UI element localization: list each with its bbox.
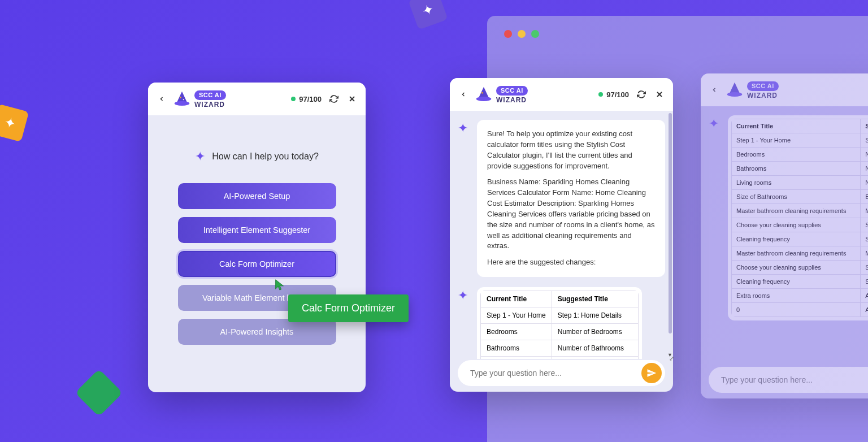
table-cell: Number of Living Rooms: [552, 357, 638, 359]
option-ai-powered-setup[interactable]: AI-Powered Setup: [178, 183, 336, 209]
table-cell: Bathroom: [861, 190, 868, 204]
table-cell: Number of: [861, 148, 868, 162]
app-name: WIZARD: [496, 97, 528, 103]
table-cell: Master bathroom cleaning requirements: [732, 246, 861, 261]
table-header: Current Title: [732, 119, 861, 133]
table-row: Extra roomsAdditional: [732, 289, 869, 303]
svg-point-0: [175, 101, 190, 106]
app-logo: SCC AI WIZARD: [173, 90, 226, 108]
table-cell: Select Cle: [861, 261, 868, 275]
traffic-maximize[interactable]: [531, 30, 539, 38]
close-icon[interactable]: [654, 89, 665, 100]
table-row: Master bathroom cleaning requirementsMas…: [732, 246, 869, 261]
svg-point-1: [180, 97, 181, 98]
table-cell: Select Cl: [861, 275, 868, 289]
back-button[interactable]: [709, 83, 720, 97]
table-header: Suggested Title: [552, 291, 638, 307]
credits-counter: 97/100: [598, 90, 629, 99]
table-cell: Additional Options: [861, 303, 868, 317]
refresh-icon[interactable]: [636, 89, 647, 100]
table-row: Step 1 - Your HomeStep 1: Home Details: [481, 307, 639, 324]
table-cell: Master Ba Options: [861, 246, 868, 261]
table-cell: Additional: [861, 289, 868, 303]
svg-point-9: [727, 92, 743, 97]
table-cell: Master Ba Options: [861, 204, 868, 218]
message-paragraph: Business Name: Sparkling Homes Cleaning …: [487, 177, 655, 252]
table-cell: 0: [732, 303, 861, 317]
table-cell: Step 1: Ho: [861, 133, 868, 148]
refresh-icon[interactable]: [328, 93, 340, 105]
chat-input-bar: [458, 360, 665, 386]
table-row: Living roomsNumber of: [732, 176, 869, 190]
send-button[interactable]: [641, 363, 662, 383]
assistant-message: ✦ Sure! To help you optimize your existi…: [458, 120, 665, 277]
decorative-shape-purple: ✦: [408, 0, 448, 30]
table-row: Cleaning frequencySelect Cl: [732, 232, 869, 246]
table-cell: Bathrooms: [732, 162, 861, 176]
suggestions-table: Current Title Suggested Title Step 1 - Y…: [480, 291, 639, 359]
mouse-cursor: [274, 279, 286, 293]
table-cell: Bedrooms: [481, 324, 552, 340]
table-row: BathroomsNumber of: [732, 162, 869, 176]
table-cell: Select Cl: [861, 232, 868, 246]
app-badge: SCC AI: [194, 90, 226, 100]
table-cell: Bedrooms: [732, 148, 861, 162]
table-row: Living roomsNumber of Living Rooms: [481, 357, 639, 359]
app-badge: SCC AI: [496, 86, 528, 96]
expand-icon[interactable]: ⤢: [669, 355, 674, 362]
message-paragraph: Sure! To help you optimize your existing…: [487, 129, 655, 171]
table-row: Cleaning frequencySelect Cl: [732, 275, 869, 289]
table-cell: Select Cle: [861, 218, 868, 232]
chat-input[interactable]: [721, 375, 868, 384]
close-icon[interactable]: [346, 93, 358, 105]
option-calc-form-optimizer[interactable]: Calc Form Optimizer: [178, 251, 336, 277]
prompt-heading: ✦ How can I help you today?: [170, 149, 344, 164]
table-row: BedroomsNumber of: [732, 148, 869, 162]
table-row: BathroomsNumber of Bathrooms: [481, 340, 639, 357]
back-button[interactable]: [458, 88, 469, 102]
wizard-hat-icon: [726, 81, 744, 99]
option-intelligent-element-suggester[interactable]: Intelligent Element Suggester: [178, 217, 336, 243]
table-row: Step 1 - Your HomeStep 1: Ho: [732, 133, 869, 148]
table-row: Choose your cleaning suppliesSelect Cle: [732, 261, 869, 275]
table-cell: Living rooms: [481, 357, 552, 359]
table-cell: Cleaning frequency: [732, 232, 861, 246]
back-button[interactable]: [156, 92, 167, 106]
traffic-minimize[interactable]: [518, 30, 526, 38]
traffic-lights: [504, 30, 539, 38]
assistant-message-table: ✦ Current Title Suggested Step 1 - Your …: [709, 115, 868, 320]
traffic-close[interactable]: [504, 30, 512, 38]
assistant-message-table: ✦ Current Title Suggested Title Step 1 -…: [458, 287, 665, 359]
wizard-panel-chat-faded: SCC AI WIZARD 97/ ✦ Current Title Sugges…: [701, 73, 868, 398]
chat-input[interactable]: [470, 369, 641, 378]
svg-point-5: [476, 97, 492, 101]
table-cell: Cleaning frequency: [732, 275, 861, 289]
message-paragraph: Here are the suggested changes:: [487, 257, 655, 268]
panel-header: SCC AI WIZARD 97/: [701, 73, 868, 106]
app-badge: SCC AI: [747, 81, 779, 91]
wizard-hat-icon: [475, 85, 493, 103]
table-row: BedroomsNumber of Bedrooms: [481, 324, 639, 340]
app-name: WIZARD: [747, 92, 779, 99]
table-cell: Number of Bathrooms: [552, 340, 638, 357]
app-logo: SCC AI WIZARD: [726, 81, 779, 99]
table-cell: Living rooms: [732, 176, 861, 190]
table-cell: Choose your cleaning supplies: [732, 218, 861, 232]
app-name: WIZARD: [194, 101, 226, 108]
wizard-hat-icon: [173, 90, 191, 108]
chat-input-bar: [709, 367, 868, 393]
table-cell: Step 1: Home Details: [552, 307, 638, 324]
decorative-shape-green: [75, 369, 123, 417]
option-ai-powered-insights[interactable]: AI-Powered Insights: [178, 319, 336, 345]
sparkle-icon: ✦: [195, 149, 205, 164]
suggestions-table: Current Title Suggested Step 1 - Your Ho…: [731, 119, 868, 317]
table-cell: Extra rooms: [732, 289, 861, 303]
table-row: 0Additional Options: [732, 303, 869, 317]
sparkle-icon: ✦: [458, 121, 471, 277]
table-row: Master bathroom cleaning requirementsMas…: [732, 204, 869, 218]
scrollbar[interactable]: ▲ ▼: [667, 113, 672, 357]
app-logo: SCC AI WIZARD: [475, 85, 528, 103]
prompt-text: How can I help you today?: [212, 151, 319, 162]
panel-header: SCC AI WIZARD 97/100: [450, 78, 673, 111]
table-cell: Bathrooms: [481, 340, 552, 357]
